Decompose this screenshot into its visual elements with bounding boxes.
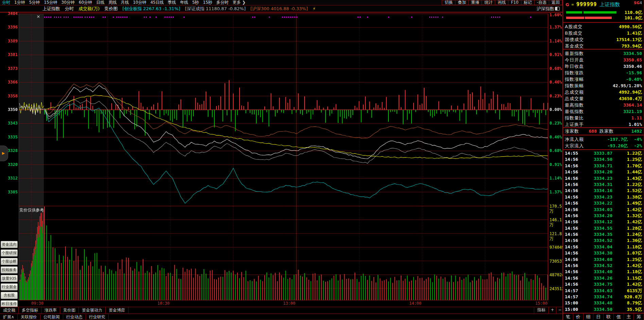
stat-label: B股成交: [565, 30, 582, 36]
stat-label: 总成交量: [565, 95, 584, 102]
info-tab[interactable]: 公司新闻: [40, 314, 63, 320]
tick-time: 14:56: [565, 263, 584, 269]
info-tab[interactable]: 行业研究: [86, 314, 109, 320]
quote-mini-tab[interactable]: 笔: [563, 314, 573, 320]
legend-item[interactable]: [深证成指 11180.87 -0.82%]: [182, 6, 248, 12]
period-item[interactable]: 30分钟: [59, 0, 77, 5]
indicator-tab[interactable]: 资金博弈: [105, 307, 128, 314]
tool-button[interactable]: -自选: [534, 0, 549, 5]
close-icon[interactable]: ×: [36, 14, 41, 19]
tick-price: 3334.20: [584, 213, 612, 219]
indicator-menu-button[interactable]: 指标: [534, 307, 549, 314]
percent-axis-label: 1.14%: [550, 39, 563, 43]
period-item[interactable]: 季线: [166, 0, 178, 5]
period-item[interactable]: 5秒: [190, 0, 201, 5]
quote-mini-tab[interactable]: 联: [603, 314, 613, 320]
tool-button[interactable]: 标记: [521, 0, 535, 5]
period-item[interactable]: 月线: [119, 0, 131, 5]
stat-row: 最高指数3364.14: [563, 102, 644, 108]
tick-amount: 1.36亿: [612, 238, 642, 244]
info-tab[interactable]: 扩展∧: [0, 314, 18, 320]
legend-item[interactable]: [沪深300 4016.88 -0.33%]: [248, 6, 310, 12]
price-axis-label: 3335: [0, 135, 18, 139]
tick-amount: 1.44亿: [612, 169, 642, 175]
tick-amount: 1.49亿: [612, 200, 642, 206]
percent-axis-label: 0.68%: [550, 148, 563, 153]
zoom-in-button[interactable]: +: [549, 307, 556, 314]
quote-mini-tab[interactable]: 细: [583, 314, 593, 320]
quote-mini-tab[interactable]: 值: [613, 314, 624, 320]
tick-time: 14:56: [565, 182, 584, 188]
legend-item[interactable]: 成交额(万): [76, 6, 102, 12]
tick-time: 14:56: [565, 269, 584, 275]
stat-label: 指数涨幅: [565, 76, 584, 82]
period-item[interactable]: 周线: [106, 0, 119, 5]
quote-mini-tab[interactable]: 主: [624, 314, 634, 320]
legend-item[interactable]: [创业板指 2267.63 -1.31%]: [120, 6, 182, 12]
sidebar-button[interactable]: 行业掘金: [1, 283, 18, 290]
sidebar-button[interactable]: 含权股: [1, 292, 18, 299]
indicator-tab[interactable]: 成交额: [0, 307, 19, 314]
sidebar-button[interactable]: 昨日涨停: [1, 300, 18, 307]
legend-item[interactable]: 上证指数: [40, 6, 63, 12]
intraday-chart-canvas[interactable]: [0, 13, 562, 300]
index-board-label[interactable]: 沪深指数: [537, 6, 554, 12]
quote-panel-header[interactable]: G ≡ 999999 上证指数 SG4: [563, 0, 644, 9]
tool-button[interactable]: 画线: [495, 0, 508, 5]
auction-note: 竞价仅供参考: [19, 207, 44, 213]
info-tab[interactable]: 行业动态: [63, 314, 86, 320]
arrow-right-icon: ▶: [2, 151, 5, 155]
stat-row: 指数量比1.11: [563, 115, 644, 121]
flow-row: 净流入额-197.7亿-4%: [563, 136, 644, 143]
period-item[interactable]: 15分钟: [42, 0, 59, 5]
indicator-tab[interactable]: 资金驱动力: [79, 307, 106, 314]
tick-price: 3334.26: [584, 275, 612, 281]
tool-button[interactable]: 返回: [549, 0, 562, 5]
period-toolbar: 分时1分钟5分钟15分钟30分钟60分钟日线周线月线10分钟45日线季线年线5秒…: [0, 0, 562, 5]
panel-toggle-icon[interactable]: [555, 7, 560, 11]
sidebar-button[interactable]: 放量935: [1, 275, 18, 282]
indicator-tab[interactable]: 竞价图: [60, 307, 79, 314]
indicator-tab[interactable]: 多空指标: [18, 307, 41, 314]
left-panel-expander[interactable]: ▶: [0, 146, 8, 161]
legend-item[interactable]: 分时: [63, 6, 76, 12]
stat-label: 基金成交: [565, 43, 584, 49]
more-button[interactable]: 更多 ❯: [231, 0, 248, 5]
tool-button[interactable]: 切换: [442, 0, 455, 5]
period-item[interactable]: 10分钟: [131, 0, 148, 5]
tool-button[interactable]: 重播: [468, 0, 482, 5]
sidebar-button[interactable]: 投顾服务: [1, 266, 18, 274]
tick-amount: 1.42亿: [612, 207, 642, 213]
period-item[interactable]: 1分钟: [12, 0, 27, 5]
sidebar-button[interactable]: 资金流向: [1, 241, 18, 248]
tick-amount: 1.25亿: [612, 156, 642, 163]
tool-button[interactable]: 叠加: [455, 0, 469, 5]
legend-item[interactable]: 竞价图: [102, 6, 120, 12]
sidebar-button[interactable]: 个股诊断: [1, 258, 18, 265]
tick-amount: 1.24亿: [612, 231, 642, 238]
time-axis-label: 10:30: [156, 301, 171, 306]
info-tab[interactable]: 关联报价: [17, 314, 40, 320]
quote-mini-tab[interactable]: 筹: [633, 314, 644, 320]
period-item[interactable]: 15秒: [201, 0, 214, 5]
period-item[interactable]: 45日线: [148, 0, 166, 5]
tick-price: 3333.87: [584, 150, 612, 156]
percent-axis-label: 0.23%: [550, 121, 563, 126]
tick-time: 14:56: [565, 250, 584, 256]
period-item[interactable]: 60分钟: [77, 0, 94, 5]
period-item[interactable]: 5分钟: [27, 0, 42, 5]
tool-button[interactable]: 统计: [482, 0, 495, 5]
period-item[interactable]: 日线: [94, 0, 106, 5]
period-item[interactable]: 分时: [0, 0, 12, 5]
period-item[interactable]: 多分时: [214, 0, 231, 5]
percent-axis-label: 1.14%: [550, 176, 563, 181]
quote-mini-tab[interactable]: 价: [573, 314, 583, 320]
quote-mini-tab[interactable]: 日: [593, 314, 603, 320]
tick-time: 14:55: [565, 150, 584, 156]
menu-icon[interactable]: ≡: [571, 3, 574, 6]
period-item[interactable]: 年线: [178, 0, 190, 5]
tool-button[interactable]: F10: [508, 0, 521, 5]
indicator-tab[interactable]: 涨跌率: [41, 307, 60, 314]
flow-label: 大宗流入: [565, 143, 584, 149]
sidebar-button[interactable]: 个股研报: [1, 249, 18, 257]
